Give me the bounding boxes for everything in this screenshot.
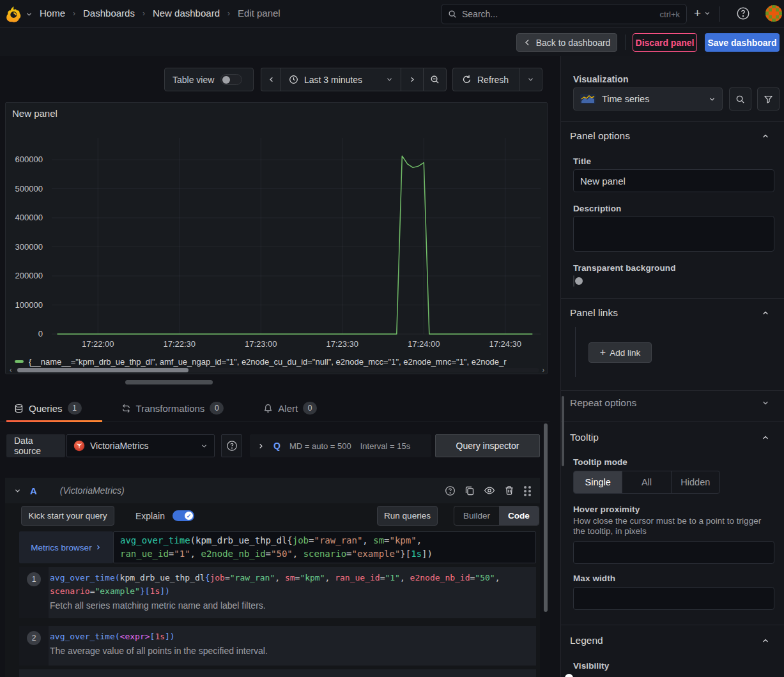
discard-panel-button[interactable]: Discard panel bbox=[633, 33, 697, 52]
breadcrumb-dashboards[interactable]: Dashboards bbox=[83, 8, 135, 19]
search-box[interactable]: ctrl+k bbox=[441, 4, 687, 24]
hover-proximity-description: How close the cursor must be to a point … bbox=[573, 516, 772, 536]
explain-label: Explain bbox=[135, 511, 165, 521]
panel-preview[interactable]: New panel 010000020000030000040000050000… bbox=[5, 102, 548, 374]
back-to-dashboard-label: Back to dashboard bbox=[536, 38, 611, 48]
breadcrumb-new-dashboard[interactable]: New dashboard bbox=[153, 8, 220, 19]
divider bbox=[561, 625, 784, 625]
panel-description-input[interactable] bbox=[573, 216, 774, 252]
series-legend-label[interactable]: {__name__="kpm_drb_ue_thp_dl", amf_ue_ng… bbox=[29, 357, 507, 367]
drag-handle-icon[interactable] bbox=[523, 485, 531, 496]
x-axis-labels: 17:22:0017:22:3017:23:0017:23:3017:24:00… bbox=[52, 339, 541, 349]
tooltip-mode-hidden[interactable]: Hidden bbox=[672, 471, 719, 493]
duplicate-query-icon[interactable] bbox=[465, 485, 475, 496]
metrics-browser-button[interactable]: Metrics browser bbox=[19, 531, 113, 563]
run-queries-button[interactable]: Run queries bbox=[377, 506, 438, 526]
breadcrumb-home[interactable]: Home bbox=[40, 8, 65, 19]
explain-code-line: avg_over_time(<expr>[1s]) bbox=[50, 630, 530, 643]
run-queries-label: Run queries bbox=[384, 511, 431, 521]
tooltip-mode-all[interactable]: All bbox=[622, 471, 671, 493]
query-options-collapsed[interactable]: Q MD = auto = 500 Interval = 15s bbox=[250, 434, 431, 457]
add-link-button[interactable]: + Add link bbox=[588, 342, 652, 363]
tooltip-header[interactable]: Tooltip bbox=[570, 432, 599, 443]
tab-transformations[interactable]: Transformations 0 bbox=[114, 395, 232, 422]
add-menu-button[interactable]: + bbox=[694, 7, 711, 19]
x-tick-label: 17:24:00 bbox=[398, 339, 449, 349]
chevron-down-icon[interactable] bbox=[14, 487, 21, 494]
table-view-toggle[interactable] bbox=[220, 74, 242, 85]
bell-icon bbox=[263, 404, 273, 413]
scroll-right-icon[interactable]: › bbox=[542, 367, 544, 374]
help-icon[interactable] bbox=[736, 6, 750, 20]
series-color-swatch[interactable] bbox=[15, 360, 24, 363]
repeat-options-header[interactable]: Repeat options bbox=[570, 397, 636, 409]
zoom-out-icon[interactable] bbox=[423, 68, 447, 91]
query-help-icon[interactable] bbox=[445, 485, 456, 496]
back-to-dashboard-button[interactable]: Back to dashboard bbox=[516, 33, 617, 52]
transform-icon bbox=[121, 404, 131, 413]
visualization-picker[interactable]: Time series bbox=[573, 87, 723, 110]
panel-options-header[interactable]: Panel options bbox=[570, 130, 630, 142]
filter-icon[interactable] bbox=[757, 87, 780, 110]
query-code-editor[interactable]: avg_over_time(kpm_drb_ue_thp_dl{job="raw… bbox=[113, 531, 536, 563]
legend-scrollbar[interactable]: ‹ › bbox=[10, 367, 544, 373]
legend-header[interactable]: Legend bbox=[570, 635, 603, 646]
builder-code-switch: Builder Code bbox=[454, 506, 539, 526]
chevron-down-icon[interactable] bbox=[762, 399, 769, 407]
refresh-button[interactable]: Refresh bbox=[452, 68, 519, 91]
scrollbar-thumb[interactable] bbox=[562, 396, 564, 466]
time-shift-back-button[interactable] bbox=[261, 68, 281, 91]
tooltip-mode-single[interactable]: Single bbox=[574, 471, 622, 493]
max-width-input[interactable] bbox=[573, 587, 774, 610]
time-shift-forward-button[interactable] bbox=[401, 68, 423, 91]
chevron-up-icon[interactable] bbox=[762, 132, 769, 140]
grafana-logo-icon[interactable] bbox=[5, 6, 22, 22]
explain-toggle[interactable] bbox=[173, 510, 194, 521]
scrollbar-thumb[interactable] bbox=[17, 368, 188, 372]
y-axis-labels: 0100000200000300000400000500000600000 bbox=[6, 138, 45, 334]
eye-icon[interactable] bbox=[484, 485, 495, 496]
query-inspector-button[interactable]: Query inspector bbox=[435, 434, 540, 457]
pane-resize-handle[interactable] bbox=[125, 380, 213, 384]
kick-start-query-button[interactable]: Kick start your query bbox=[21, 506, 114, 526]
search-options-button[interactable] bbox=[729, 87, 751, 110]
search-input[interactable] bbox=[462, 9, 655, 19]
hover-proximity-input[interactable] bbox=[573, 541, 774, 564]
title-label: Title bbox=[573, 156, 591, 166]
time-range-picker[interactable]: Last 3 minutes bbox=[281, 68, 401, 91]
chevron-up-icon[interactable] bbox=[762, 434, 769, 441]
chevron-down-icon[interactable] bbox=[26, 11, 33, 18]
query-row-header[interactable]: A (VictoriaMetrics) bbox=[5, 478, 540, 503]
explain-row: 1 avg_over_time(kpm_drb_ue_thp_dl{job="r… bbox=[19, 567, 536, 618]
scrollbar-thumb[interactable] bbox=[544, 423, 548, 612]
chevron-up-icon[interactable] bbox=[762, 309, 769, 317]
query-datasource-hint: (VictoriaMetrics) bbox=[60, 485, 125, 496]
chart-legend: {__name__="kpm_drb_ue_thp_dl", amf_ue_ng… bbox=[15, 356, 541, 367]
transparent-background-toggle[interactable] bbox=[573, 275, 574, 287]
builder-option[interactable]: Builder bbox=[454, 506, 499, 525]
datasource-picker[interactable]: VictoriaMetrics bbox=[66, 434, 215, 457]
trash-icon[interactable] bbox=[504, 485, 514, 496]
datasource-help-icon[interactable] bbox=[221, 434, 242, 457]
y-tick-label: 400000 bbox=[3, 213, 43, 222]
panel-links-header[interactable]: Panel links bbox=[570, 307, 618, 319]
explain-description: Fetch all series matching metric name an… bbox=[50, 600, 530, 611]
avatar[interactable] bbox=[765, 5, 782, 22]
divider bbox=[719, 6, 720, 22]
query-ref-letter: Q bbox=[273, 441, 281, 451]
panel-title-input[interactable] bbox=[573, 169, 774, 192]
editor-tabs: Queries 1 Transformations 0 Alert 0 bbox=[0, 395, 550, 422]
tab-queries[interactable]: Queries 1 bbox=[6, 395, 89, 422]
tab-alert[interactable]: Alert 0 bbox=[256, 395, 325, 422]
query-ref-id[interactable]: A bbox=[30, 485, 37, 496]
tab-alert-count: 0 bbox=[303, 402, 317, 415]
refresh-interval-dropdown[interactable] bbox=[519, 68, 542, 91]
x-tick-label: 17:24:30 bbox=[480, 339, 531, 349]
scroll-left-icon[interactable]: ‹ bbox=[10, 367, 12, 374]
chevron-up-icon[interactable] bbox=[762, 637, 769, 644]
discard-panel-label: Discard panel bbox=[636, 38, 695, 48]
save-dashboard-button[interactable]: Save dashboard bbox=[705, 33, 780, 52]
chevron-down-icon bbox=[386, 76, 393, 83]
code-option[interactable]: Code bbox=[499, 506, 539, 525]
time-series-chart[interactable] bbox=[52, 138, 541, 334]
